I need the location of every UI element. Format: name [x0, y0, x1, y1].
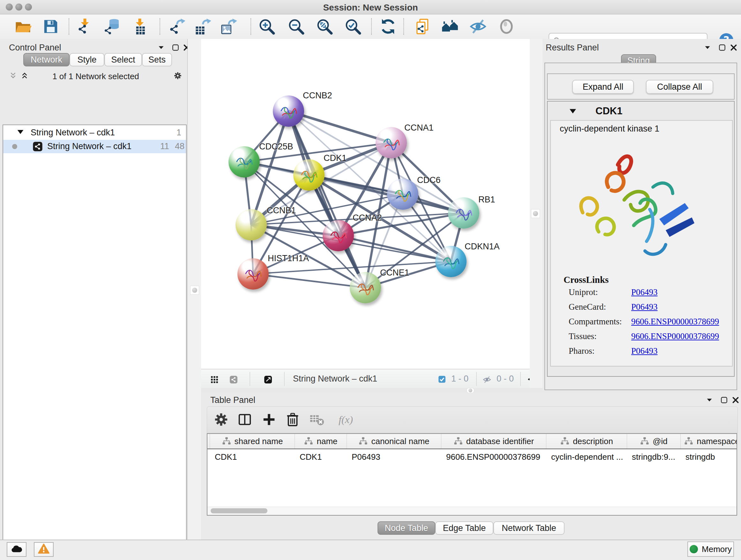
network-node-CDK1[interactable] — [293, 159, 325, 191]
tab-node-table[interactable]: Node Table — [378, 521, 435, 535]
crosslink-link[interactable]: P06493 — [631, 346, 658, 356]
splitter-handle[interactable] — [531, 209, 540, 218]
splitter-handle[interactable] — [467, 388, 474, 393]
refresh-button[interactable] — [379, 17, 397, 36]
results-panel: Results Panel String Expand All Collapse… — [542, 39, 741, 390]
network-options-gear-icon[interactable] — [172, 70, 183, 81]
tab-network[interactable]: Network — [23, 53, 70, 66]
close-panel-icon[interactable] — [728, 42, 739, 53]
zoom-fit-button[interactable] — [315, 17, 334, 36]
memory-button[interactable]: Memory — [687, 542, 734, 557]
delete-column-icon[interactable] — [284, 411, 301, 428]
network-node-CDKN1A[interactable] — [435, 246, 467, 277]
expand-all-button[interactable]: Expand All — [572, 80, 634, 94]
crosslink-link[interactable]: 9606.ENSP00000378699 — [631, 331, 719, 341]
left-panel-splitter[interactable] — [187, 39, 202, 540]
table-cell[interactable]: stringdb — [680, 450, 737, 464]
network-node-CDC6[interactable] — [387, 179, 418, 210]
copy-network-button[interactable] — [414, 17, 433, 36]
selected-checkbox-icon[interactable] — [436, 373, 448, 385]
table-hscroll-track[interactable] — [207, 507, 737, 516]
tab-edge-table[interactable]: Edge Table — [435, 521, 493, 535]
float-panel-icon[interactable] — [704, 395, 715, 406]
cloud-status-button[interactable] — [7, 542, 26, 557]
network-badge-icon[interactable] — [226, 373, 241, 387]
first-neighbors-button[interactable] — [441, 17, 459, 36]
network-node-CCNA2[interactable] — [323, 220, 354, 251]
column-header-label: canonical name — [371, 436, 429, 446]
table-hscroll-thumb[interactable] — [211, 508, 267, 513]
table-cell[interactable]: cyclin-dependent ... — [546, 450, 627, 464]
network-node-CCNA1[interactable] — [376, 127, 407, 159]
import-network-button[interactable] — [76, 17, 94, 36]
tab-network-table[interactable]: Network Table — [493, 521, 564, 535]
maximize-panel-icon[interactable] — [719, 395, 730, 406]
network-collection-row[interactable]: String Network – cdk1 1 — [3, 126, 186, 140]
network-edge-HIST1H1A-CCNE1[interactable] — [253, 274, 365, 288]
zoom-in-button[interactable] — [258, 17, 276, 36]
table-cell[interactable]: P06493 — [347, 450, 441, 464]
float-panel-icon[interactable] — [156, 42, 166, 53]
network-node-CCNE1[interactable] — [350, 272, 381, 303]
network-edge-CCNA2-CDKN1A[interactable] — [338, 236, 451, 261]
network-node-HIST1H1A[interactable] — [238, 258, 269, 290]
collapse-all-networks-icon[interactable] — [8, 70, 18, 81]
column-header-description[interactable]: description — [546, 434, 627, 449]
network-node-CCNB1[interactable] — [235, 209, 267, 240]
zoom-selected-button[interactable] — [344, 17, 362, 36]
open-session-button[interactable] — [14, 17, 32, 36]
maximize-panel-icon[interactable] — [170, 42, 181, 53]
table-cell[interactable]: stringdb:9... — [627, 450, 680, 464]
warnings-button[interactable] — [34, 542, 54, 557]
export-table-button[interactable] — [194, 17, 212, 36]
network-canvas[interactable]: CCNB2CCNA1CDC25BCDK1CDC6RB1CCNB1CCNA2HIS… — [201, 39, 530, 369]
export-image-button[interactable] — [219, 17, 238, 36]
import-network-from-database-button[interactable] — [104, 17, 122, 36]
show-columns-icon[interactable] — [237, 411, 253, 428]
birdseye-view-icon[interactable] — [261, 373, 275, 387]
collapse-all-button[interactable]: Collapse All — [646, 80, 713, 94]
column-header-shared-name[interactable]: shared name — [210, 434, 294, 449]
tab-select[interactable]: Select — [105, 53, 142, 66]
expand-all-networks-icon[interactable] — [19, 70, 30, 81]
show-all-button[interactable] — [497, 17, 516, 36]
right-panel-splitter[interactable] — [530, 39, 543, 390]
hidden-eye-slash-icon[interactable] — [481, 373, 493, 386]
column-header-namespace[interactable]: namespace — [680, 434, 737, 449]
function-builder-icon: f(x) — [334, 411, 356, 428]
zoom-out-button[interactable] — [287, 17, 306, 36]
network-node-CCNB2[interactable] — [273, 96, 304, 127]
maximize-panel-icon[interactable] — [717, 42, 728, 53]
float-panel-icon[interactable] — [702, 42, 713, 53]
hide-selected-button[interactable] — [469, 17, 487, 36]
table-settings-gear-icon[interactable] — [213, 411, 229, 428]
section-expander-icon[interactable] — [568, 107, 578, 116]
network-row-selected[interactable]: String Network – cdk1 11 48 — [3, 140, 186, 153]
tab-sets[interactable]: Sets — [142, 53, 172, 66]
table-cell[interactable]: 9606.ENSP00000378699 — [441, 450, 546, 464]
table-cell[interactable]: CDK1 — [294, 450, 347, 464]
add-column-icon[interactable] — [261, 411, 277, 428]
crosslink-link[interactable]: P06493 — [631, 302, 658, 312]
crosslink-link[interactable]: P06493 — [631, 287, 658, 297]
table-cell[interactable]: CDK1 — [210, 450, 294, 464]
export-network-button[interactable] — [168, 17, 186, 36]
node-table[interactable]: shared namenamecanonical namedatabase id… — [207, 433, 737, 516]
crosslink-link[interactable]: 9606.ENSP00000378699 — [631, 317, 719, 327]
collection-expander-icon[interactable] — [16, 128, 25, 137]
crosslink-label: Tissues: — [569, 331, 597, 341]
grid-view-icon[interactable] — [207, 373, 221, 387]
tab-style[interactable]: Style — [70, 53, 105, 66]
toolbar-separator — [251, 18, 251, 35]
network-node-RB1[interactable] — [448, 197, 479, 229]
splitter-handle[interactable] — [190, 286, 199, 295]
close-panel-icon[interactable] — [730, 395, 741, 406]
import-table-button[interactable] — [131, 17, 149, 36]
column-header--id[interactable]: @id — [627, 434, 680, 449]
node-label: CCNA2 — [353, 213, 382, 223]
network-node-CDC25B[interactable] — [228, 146, 260, 178]
save-session-button[interactable] — [42, 17, 60, 36]
column-header-database-identifier[interactable]: database identifier — [441, 434, 546, 449]
column-header-canonical-name[interactable]: canonical name — [347, 434, 441, 449]
column-header-name[interactable]: name — [294, 434, 347, 449]
